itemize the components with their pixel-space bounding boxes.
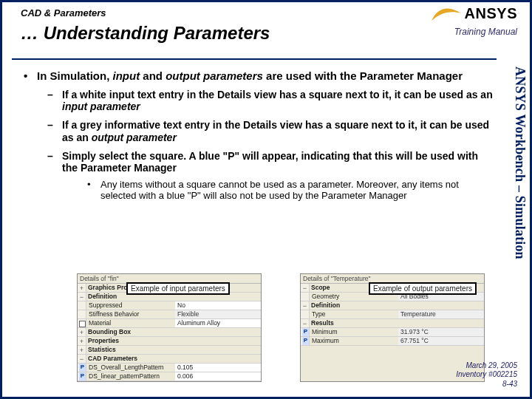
minus-icon[interactable]: − <box>301 319 310 327</box>
header: CAD & Parameters … Understanding Paramet… <box>0 0 532 72</box>
bullet-sub-3: Simply select the square. A blue "P" wil… <box>47 150 495 202</box>
training-label: Training Manual <box>454 27 517 37</box>
footer: March 29, 2005 Inventory #002215 8-43 <box>456 361 517 389</box>
bullet-sub-sub: Any items without a square cannot be use… <box>87 180 495 202</box>
bullet-sub-2: If a grey informative text entry in the … <box>47 119 495 143</box>
param-p-icon[interactable] <box>78 364 86 372</box>
footer-date: March 29, 2005 <box>456 361 517 371</box>
minus-icon[interactable]: − <box>301 284 310 292</box>
callout-input: Example of input parameters <box>126 282 230 295</box>
param-p-icon[interactable] <box>78 372 86 381</box>
minus-icon[interactable]: − <box>78 293 86 301</box>
param-p-icon[interactable] <box>301 337 310 345</box>
footer-inventory: Inventory #002215 <box>456 370 517 380</box>
plus-icon[interactable]: + <box>78 328 86 336</box>
swoosh-icon <box>431 4 462 22</box>
footer-page: 8-43 <box>456 380 517 389</box>
param-p-icon[interactable] <box>301 328 310 336</box>
minus-icon[interactable]: − <box>78 355 86 363</box>
plus-icon[interactable]: + <box>78 284 86 292</box>
bullet-sub-1: If a white input text entry in the Detai… <box>47 89 495 112</box>
header-rule <box>12 58 497 60</box>
callout-output: Example of output parameters <box>369 282 477 295</box>
plus-icon[interactable]: + <box>78 346 86 354</box>
brand-logo: ANSYS <box>431 4 517 22</box>
param-checkbox[interactable] <box>78 319 86 327</box>
figures: Example of input parameters Details of "… <box>77 273 485 382</box>
side-label: ANSYS Workbench – Simulation <box>505 66 528 303</box>
bullet-main: In Simulation, input and output paramete… <box>24 69 495 202</box>
details-input: Example of input parameters Details of "… <box>77 273 262 382</box>
plus-icon[interactable]: + <box>78 337 86 345</box>
brand-text: ANSYS <box>465 5 517 22</box>
minus-icon[interactable]: − <box>301 301 310 310</box>
content: In Simulation, input and output paramete… <box>24 69 495 206</box>
